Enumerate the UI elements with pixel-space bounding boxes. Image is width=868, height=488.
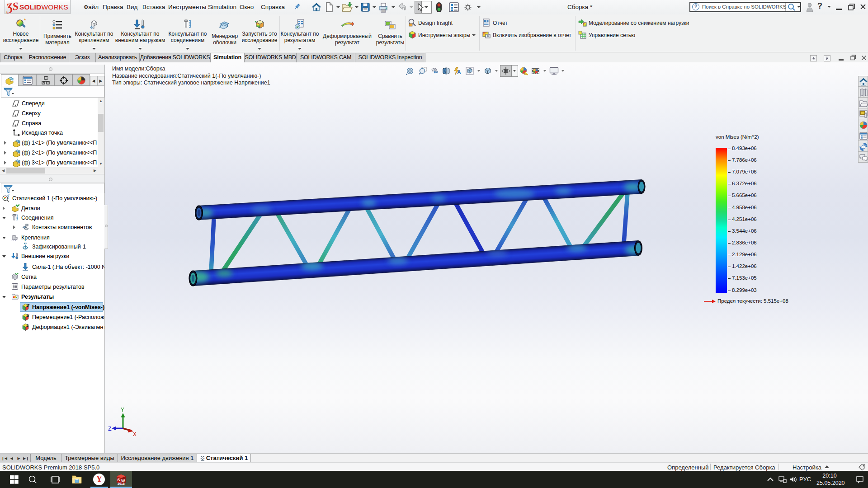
svg-text:Z: Z bbox=[108, 426, 112, 432]
svg-text:SOLIDWORKS: SOLIDWORKS bbox=[19, 3, 68, 11]
svg-text:Y: Y bbox=[121, 407, 124, 413]
svg-text:X: X bbox=[133, 431, 137, 438]
svg-text:S: S bbox=[118, 478, 120, 482]
svg-text:*: * bbox=[24, 19, 26, 23]
svg-text:2018: 2018 bbox=[118, 482, 125, 485]
svg-text:ƷS: ƷS bbox=[5, 0, 19, 14]
